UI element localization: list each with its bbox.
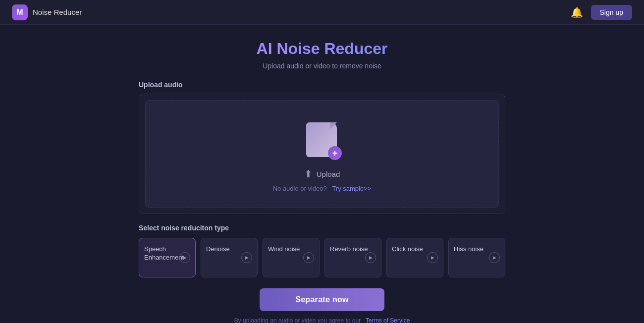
play-icon-click-noise[interactable]: ▶ <box>427 252 438 263</box>
no-audio-text: No audio or video? <box>273 185 327 192</box>
app-header: M Noise Reducer 🔔 Sign up <box>0 0 644 25</box>
try-sample-link[interactable]: Try sample>> <box>332 185 371 192</box>
play-icon-reverb-noise[interactable]: ▶ <box>365 252 376 263</box>
noise-card-speech-enhancement[interactable]: Speech Enhancement▶ <box>139 238 196 277</box>
terms-of-service-link[interactable]: Terms of Service <box>366 317 410 323</box>
plus-icon: + <box>328 146 342 160</box>
header-right: 🔔 Sign up <box>571 5 632 20</box>
notification-button[interactable]: 🔔 <box>571 6 583 18</box>
signup-button[interactable]: Sign up <box>591 5 632 20</box>
bell-icon: 🔔 <box>571 6 583 18</box>
upload-section: Upload audio + ⬆ Upload No audio or vide… <box>139 81 505 214</box>
upload-drop-area[interactable]: + ⬆ Upload No audio or video? Try sample… <box>139 94 505 214</box>
noise-card-reverb-noise[interactable]: Reverb noise▶ <box>324 238 381 277</box>
noise-card-label-hiss-noise: Hiss noise <box>454 245 483 254</box>
noise-type-section: Select noise reduciton type Speech Enhan… <box>139 224 505 277</box>
no-audio-row: No audio or video? Try sample>> <box>273 185 372 192</box>
terms-prefix: By uploading an audio or video you agree… <box>234 317 361 323</box>
upload-button-row: ⬆ Upload <box>304 168 340 180</box>
play-icon-speech-enhancement[interactable]: ▶ <box>179 252 190 263</box>
noise-card-label-wind-noise: Wind noise <box>268 245 300 254</box>
upload-inner-area[interactable]: + ⬆ Upload No audio or video? Try sample… <box>145 100 499 208</box>
noise-card-label-click-noise: Click noise <box>392 245 423 254</box>
noise-card-denoise[interactable]: Denoise▶ <box>201 238 258 277</box>
play-icon-wind-noise[interactable]: ▶ <box>303 252 314 263</box>
separate-now-button[interactable]: Separate now <box>260 288 384 311</box>
page-title: AI Noise Reducer <box>257 40 388 58</box>
upload-illustration: + <box>302 120 342 160</box>
play-icon-hiss-noise[interactable]: ▶ <box>489 252 500 263</box>
noise-section-label: Select noise reduciton type <box>139 224 505 232</box>
noise-card-click-noise[interactable]: Click noise▶ <box>386 238 443 277</box>
noise-card-wind-noise[interactable]: Wind noise▶ <box>263 238 320 277</box>
upload-label: Upload <box>317 170 340 178</box>
app-logo: M <box>12 4 28 20</box>
noise-card-hiss-noise[interactable]: Hiss noise▶ <box>448 238 505 277</box>
noise-types-list: Speech Enhancement▶Denoise▶Wind noise▶Re… <box>139 238 505 277</box>
noise-card-label-reverb-noise: Reverb noise <box>330 245 368 254</box>
terms-row: By uploading an audio or video you agree… <box>139 317 505 323</box>
main-content: AI Noise Reducer Upload audio or video t… <box>0 25 644 323</box>
header-left: M Noise Reducer <box>12 4 82 20</box>
page-subtitle: Upload audio or video to remove noise <box>263 62 381 70</box>
upload-cloud-icon: ⬆ <box>304 168 313 180</box>
separate-btn-wrapper: Separate now <box>139 288 505 311</box>
app-name: Noise Reducer <box>33 8 82 16</box>
file-fold-icon <box>330 122 337 129</box>
play-icon-denoise[interactable]: ▶ <box>241 252 252 263</box>
noise-card-label-denoise: Denoise <box>206 245 230 254</box>
upload-section-label: Upload audio <box>139 81 505 89</box>
